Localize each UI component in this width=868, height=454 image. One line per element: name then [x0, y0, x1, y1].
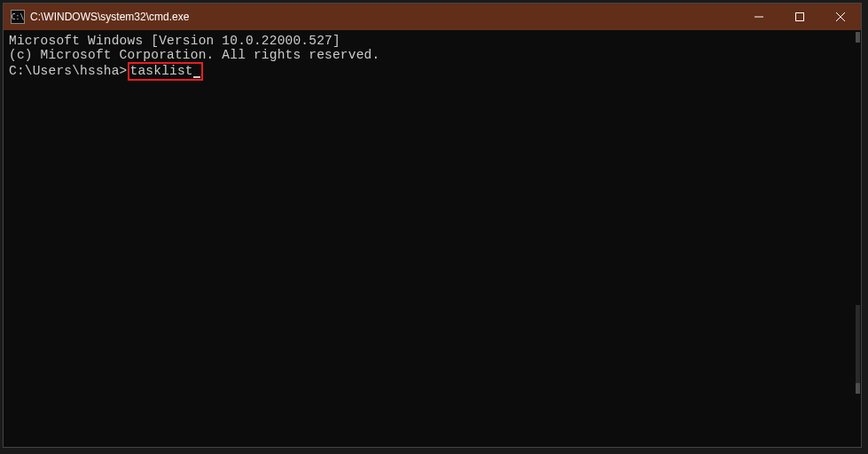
cmd-icon: C:\	[11, 10, 25, 24]
scrollbar-arrow-bottom[interactable]	[856, 383, 860, 394]
window-controls	[739, 4, 861, 30]
terminal-prompt-line: C:\Users\hssha>tasklist	[9, 62, 856, 80]
titlebar[interactable]: C:\ C:\WINDOWS\system32\cmd.exe	[4, 4, 861, 30]
window-title: C:\WINDOWS\system32\cmd.exe	[30, 11, 739, 23]
terminal-body[interactable]: Microsoft Windows [Version 10.0.22000.52…	[4, 30, 861, 447]
terminal-command: tasklist	[130, 64, 193, 78]
minimize-button[interactable]	[739, 4, 779, 30]
cmd-window: C:\ C:\WINDOWS\system32\cmd.exe	[3, 3, 862, 448]
scrollbar-arrow-top[interactable]	[856, 32, 860, 43]
terminal-prompt: C:\Users\hssha>	[9, 64, 128, 78]
svg-rect-1	[796, 13, 804, 21]
cmd-icon-label: C:\	[12, 13, 24, 21]
terminal-output-line: Microsoft Windows [Version 10.0.22000.52…	[9, 34, 856, 48]
close-button[interactable]	[820, 4, 861, 30]
minimize-icon	[755, 12, 763, 21]
terminal-output-line: (c) Microsoft Corporation. All rights re…	[9, 48, 856, 62]
close-icon	[836, 12, 845, 21]
cursor	[193, 76, 200, 78]
command-highlight: tasklist	[128, 62, 203, 80]
scrollbar-track[interactable]	[856, 305, 860, 394]
maximize-button[interactable]	[779, 4, 820, 30]
maximize-icon	[795, 12, 804, 21]
